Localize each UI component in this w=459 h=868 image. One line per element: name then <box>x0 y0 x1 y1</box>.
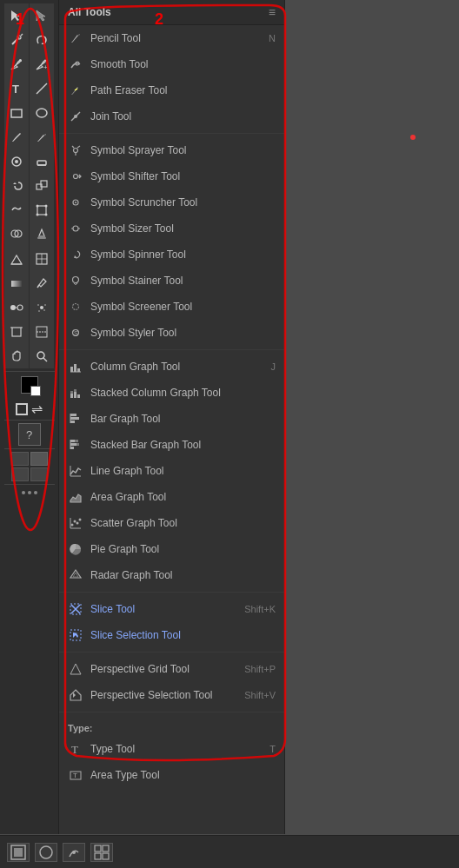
shape-builder-tool-btn[interactable] <box>4 222 29 247</box>
add-anchor-tool-btn[interactable]: + <box>30 52 54 76</box>
bottom-icon-4[interactable] <box>90 843 113 862</box>
warp-tool-btn[interactable] <box>4 198 29 222</box>
symbol-shifter-item[interactable]: Symbol Shifter Tool <box>59 163 284 189</box>
symbol-spray-tool-btn[interactable] <box>30 295 54 320</box>
symbol-screener-icon <box>68 299 83 315</box>
canvas-icon-3[interactable] <box>11 467 29 481</box>
svg-rect-39 <box>12 328 21 336</box>
join-tool-item[interactable]: Join Tool <box>59 103 284 129</box>
live-paint-tool-btn[interactable] <box>30 222 54 247</box>
toolbar-row-8 <box>4 174 54 198</box>
type-tool-btn[interactable]: T <box>4 76 29 101</box>
symbol-styler-item[interactable]: S Symbol Styler Tool <box>59 320 284 346</box>
svg-rect-7 <box>11 109 22 117</box>
svg-point-8 <box>37 109 47 117</box>
type-tool-item[interactable]: T Type Tool T <box>59 736 284 762</box>
ellipse-tool-btn[interactable] <box>30 101 54 125</box>
rotate-tool-btn[interactable] <box>4 174 29 198</box>
perspective-selection-item[interactable]: Perspective Selection Tool Shift+V <box>59 682 284 708</box>
lasso-tool-btn[interactable] <box>30 28 54 52</box>
dot-2 <box>28 491 31 494</box>
column-graph-label: Column Graph Tool <box>90 361 264 373</box>
list-bottom-spacer <box>59 788 284 805</box>
area-type-icon: T <box>68 767 83 783</box>
svg-rect-82 <box>76 443 79 446</box>
area-type-tool-item[interactable]: T Area Type Tool <box>59 762 284 788</box>
stroke-color[interactable] <box>30 386 41 396</box>
divider-5 <box>59 712 284 712</box>
selection-tool-btn[interactable] <box>4 3 29 28</box>
stacked-bar-graph-label: Stacked Bar Graph Tool <box>90 439 276 451</box>
slice-tool-item[interactable]: Slice Tool Shift+K <box>59 596 284 622</box>
column-graph-tool-item[interactable]: Column Graph Tool J <box>59 354 284 380</box>
eraser-tool-btn[interactable] <box>30 149 54 174</box>
type-shortcut: T <box>269 744 276 754</box>
pencil-tool-btn[interactable] <box>30 125 54 149</box>
rectangle-tool-btn[interactable] <box>4 101 29 125</box>
canvas-icon-2[interactable] <box>30 452 48 466</box>
stacked-bar-graph-item[interactable]: Stacked Bar Graph Tool <box>59 432 284 458</box>
bottom-icon-3[interactable] <box>63 843 85 862</box>
pencil-tool-item[interactable]: Pencil Tool N <box>59 25 284 51</box>
fill-color[interactable] <box>21 376 38 394</box>
perspective-grid-item[interactable]: Perspective Grid Tool Shift+P <box>59 656 284 682</box>
perspective-grid-label: Perspective Grid Tool <box>90 663 237 675</box>
perspective-grid-shortcut: Shift+P <box>244 664 276 674</box>
line-graph-tool-item[interactable]: Line Graph Tool <box>59 458 284 484</box>
svg-line-54 <box>72 146 74 148</box>
area-graph-tool-item[interactable]: Area Graph Tool <box>59 484 284 510</box>
paintbrush-tool-btn[interactable] <box>4 125 29 149</box>
stacked-column-graph-item[interactable]: Stacked Column Graph Tool <box>59 380 284 406</box>
pen-tool-btn[interactable] <box>4 52 29 76</box>
mesh-tool-btn[interactable] <box>30 247 54 271</box>
none-icon[interactable] <box>16 403 28 415</box>
line-graph-icon <box>68 463 83 479</box>
perspective-selection-shortcut: Shift+V <box>244 690 276 700</box>
direct-selection-tool-btn[interactable] <box>30 3 54 28</box>
bottom-icon-1[interactable] <box>7 843 30 862</box>
type-label: Type Tool <box>90 743 263 755</box>
smooth-tool-item[interactable]: Smooth Tool <box>59 51 284 77</box>
symbol-sizer-item[interactable]: Symbol Sizer Tool <box>59 215 284 242</box>
symbol-sprayer-item[interactable]: Symbol Sprayer Tool <box>59 137 284 163</box>
svg-rect-67 <box>74 364 76 372</box>
bar-graph-tool-item[interactable]: Bar Graph Tool <box>59 406 284 432</box>
perspective-grid-icon <box>68 661 83 677</box>
svg-rect-66 <box>70 367 73 372</box>
symbol-stainer-item[interactable]: Symbol Stainer Tool <box>59 268 284 294</box>
left-toolbar: + T <box>0 0 59 834</box>
question-mark-btn[interactable]: ? <box>18 423 41 446</box>
toolbar-row-5 <box>4 101 54 125</box>
swap-icon[interactable]: ⇌ <box>31 401 43 417</box>
perspective-tool-btn[interactable] <box>4 247 29 271</box>
column-graph-shortcut: J <box>271 361 276 372</box>
scale-tool-btn[interactable] <box>30 174 54 198</box>
symbol-spinner-item[interactable]: Symbol Spinner Tool <box>59 242 284 268</box>
zoom-tool-btn[interactable] <box>30 344 54 368</box>
hand-tool-btn[interactable] <box>4 344 29 368</box>
path-eraser-tool-item[interactable]: Path Eraser Tool <box>59 77 284 103</box>
blob-brush-tool-btn[interactable] <box>4 149 29 174</box>
gradient-tool-btn[interactable] <box>4 271 29 295</box>
eyedropper-tool-btn[interactable] <box>30 271 54 295</box>
slice-left-tool-btn[interactable] <box>30 320 54 344</box>
join-icon <box>68 109 83 124</box>
pie-graph-tool-item[interactable]: Pie Graph Tool <box>59 536 284 562</box>
artboard-tool-btn[interactable] <box>4 320 29 344</box>
red-dot <box>410 135 416 140</box>
canvas-icon-1[interactable] <box>11 452 29 466</box>
svg-rect-16 <box>37 206 46 215</box>
magic-wand-tool-btn[interactable] <box>4 28 29 52</box>
canvas-icon-4[interactable] <box>30 467 48 481</box>
scatter-graph-tool-item[interactable]: Scatter Graph Tool <box>59 510 284 536</box>
slice-selection-item[interactable]: Slice Selection Tool <box>59 622 284 648</box>
more-tools-btn[interactable] <box>22 491 37 494</box>
panel-menu-icon[interactable]: ≡ <box>269 5 276 19</box>
symbol-screener-item[interactable]: Symbol Screener Tool <box>59 294 284 320</box>
line-segment-tool-btn[interactable] <box>30 76 54 101</box>
free-transform-tool-btn[interactable] <box>30 198 54 222</box>
bottom-icon-2[interactable] <box>35 843 57 862</box>
symbol-scruncher-item[interactable]: Symbol Scruncher Tool <box>59 189 284 215</box>
blend-tool-btn[interactable] <box>4 295 29 320</box>
radar-graph-tool-item[interactable]: Radar Graph Tool <box>59 562 284 588</box>
